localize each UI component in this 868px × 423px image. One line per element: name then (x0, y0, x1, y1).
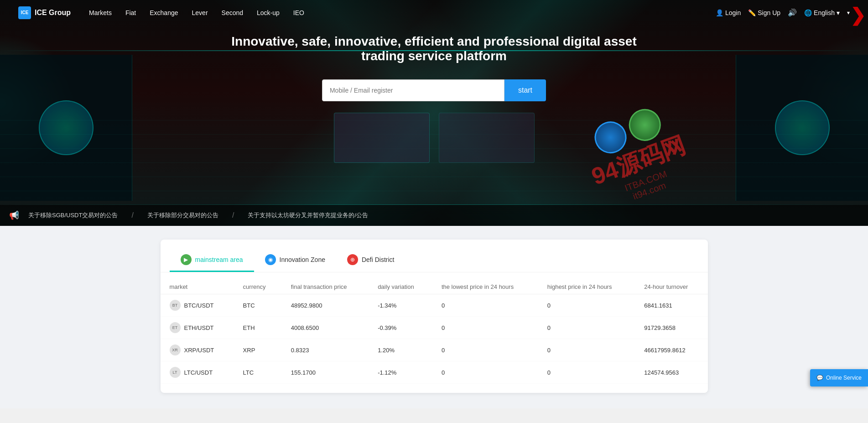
table-header-row: market currency final transaction price … (161, 280, 708, 294)
language-selector[interactable]: 🌐 English ▾ (804, 9, 840, 16)
logo-icon: ICE (18, 6, 31, 19)
cell-price-0: 48952.9800 (282, 294, 369, 317)
market-table: market currency final transaction price … (161, 280, 708, 384)
cell-price-2: 0.8323 (282, 339, 369, 361)
tab-icon-defi: ⊕ (347, 254, 358, 265)
cell-turnover-2: 46617959.8612 (635, 339, 707, 361)
cell-price-3: 155.1700 (282, 361, 369, 384)
cell-high-2: 0 (538, 339, 635, 361)
cell-pair-3: LTC/USDT (184, 369, 213, 376)
cell-market-1: ET ETH/USDT (161, 317, 234, 339)
ticker-sep-2: / (232, 211, 234, 219)
tab-icon-innovation: ◉ (265, 254, 276, 265)
table-row[interactable]: LT LTC/USDT LTC 155.1700 -1.12% 0 0 1245… (161, 361, 708, 384)
login-button[interactable]: 👤 Login (716, 9, 741, 16)
cell-low-1: 0 (432, 317, 538, 339)
cell-currency-3: LTC (234, 361, 282, 384)
tab-label-innovation: Innovation Zone (280, 256, 325, 263)
nav-ieo[interactable]: IEO (293, 9, 304, 16)
table-row[interactable]: ET ETH/USDT ETH 4008.6500 -0.39% 0 0 917… (161, 317, 708, 339)
sound-button[interactable]: 🔊 (788, 8, 797, 17)
register-input[interactable] (322, 79, 504, 101)
col-high: highest price in 24 hours (538, 280, 635, 294)
watermark-circle-1 (590, 117, 631, 158)
cell-price-1: 4008.6500 (282, 317, 369, 339)
nav-dropdown-arrow[interactable]: ▾ (847, 10, 850, 16)
nav-lockup[interactable]: Lock-up (257, 9, 280, 16)
nav-exchange[interactable]: Exchange (150, 9, 178, 16)
ticker-sep-1: / (131, 211, 133, 219)
cell-change-2: 1.20% (369, 339, 432, 361)
cell-market-2: XR XRP/USDT (161, 339, 234, 361)
cell-low-2: 0 (432, 339, 538, 361)
tab-icon-mainstream: ▶ (181, 254, 192, 265)
ticker-items: 关于移除SGB/USDT交易对的公告 / 关于移除部分交易对的公告 / 关于支持… (28, 211, 368, 219)
pair-icon-2: XR (170, 345, 181, 355)
tab-label-mainstream: mainstream area (195, 256, 243, 263)
watermark-logo (577, 99, 679, 163)
ticker-icon: 📢 (9, 210, 19, 220)
chat-icon: 💬 (816, 375, 823, 381)
watermark-text-main: 94源码网 (587, 130, 690, 193)
banner-area (334, 113, 535, 163)
cell-change-1: -0.39% (369, 317, 432, 339)
pair-icon-1: ET (170, 322, 181, 333)
nav-second[interactable]: Second (222, 9, 243, 16)
table-row[interactable]: XR XRP/USDT XRP 0.8323 1.20% 0 0 4661795… (161, 339, 708, 361)
nav-markets[interactable]: Markets (89, 9, 112, 16)
cell-change-0: -1.34% (369, 294, 432, 317)
cell-turnover-0: 6841.1631 (635, 294, 707, 317)
cell-high-1: 0 (538, 317, 635, 339)
table-row[interactable]: BT BTC/USDT BTC 48952.9800 -1.34% 0 0 68… (161, 294, 708, 317)
side-panel-right (736, 55, 868, 201)
col-market: market (161, 280, 234, 294)
banner-image-1 (334, 113, 430, 163)
cell-market-0: BT BTC/USDT (161, 294, 234, 317)
cell-high-3: 0 (538, 361, 635, 384)
hero-section: ICE ICE Group Markets Fiat Exchange Leve… (0, 0, 868, 226)
tab-innovation[interactable]: ◉ Innovation Zone (254, 249, 336, 272)
edit-icon: ✏️ (748, 9, 756, 16)
market-tabs: ▶ mainstream area ◉ Innovation Zone ⊕ De… (161, 249, 708, 272)
tab-mainstream[interactable]: ▶ mainstream area (170, 249, 254, 272)
col-currency: currency (234, 280, 282, 294)
ticker-item-2: 关于移除部分交易对的公告 (147, 211, 218, 219)
cell-turnover-1: 91729.3658 (635, 317, 707, 339)
hero-title: Innovative, safe, innovative, efficient … (206, 34, 662, 63)
nav-menu: Markets Fiat Exchange Lever Second Lock-… (89, 9, 716, 16)
online-service-button[interactable]: 💬 Online Service (810, 369, 868, 386)
start-button[interactable]: start (504, 79, 546, 101)
ticker-item-3: 关于支持以太坊硬分叉并暂停充提业务的/公告 (248, 211, 368, 219)
col-low: the lowest price in 24 hours (432, 280, 538, 294)
signup-button[interactable]: ✏️ Sign Up (748, 9, 780, 16)
col-turnover: 24-hour turnover (635, 280, 707, 294)
tab-defi[interactable]: ⊕ Defi District (336, 249, 405, 272)
tab-label-defi: Defi District (362, 256, 395, 263)
cell-pair-1: ETH/USDT (184, 324, 214, 331)
globe-icon: 🌐 (804, 9, 812, 16)
market-section: ▶ mainstream area ◉ Innovation Zone ⊕ De… (0, 226, 868, 408)
navbar: ICE ICE Group Markets Fiat Exchange Leve… (0, 0, 868, 25)
pair-icon-3: LT (170, 367, 181, 378)
user-icon: 👤 (716, 9, 723, 16)
panel-circle-right (775, 100, 830, 155)
market-container: ▶ mainstream area ◉ Innovation Zone ⊕ De… (161, 240, 708, 393)
panel-circle-left (39, 100, 94, 155)
cell-pair-2: XRP/USDT (184, 347, 214, 354)
nav-fiat[interactable]: Fiat (125, 9, 136, 16)
col-price: final transaction price (282, 280, 369, 294)
chevron-down-icon: ▾ (837, 9, 840, 16)
cell-pair-0: BTC/USDT (184, 302, 214, 309)
cell-low-3: 0 (432, 361, 538, 384)
cell-market-3: LT LTC/USDT (161, 361, 234, 384)
cell-change-3: -1.12% (369, 361, 432, 384)
col-change: daily variation (369, 280, 432, 294)
watermark: 94源码网 ITBA.COM it94.com (577, 99, 697, 213)
nav-lever[interactable]: Lever (192, 9, 208, 16)
register-form: start (322, 79, 546, 101)
cell-currency-1: ETH (234, 317, 282, 339)
news-ticker: 📢 关于移除SGB/USDT交易对的公告 / 关于移除部分交易对的公告 / 关于… (0, 205, 868, 226)
cell-turnover-3: 124574.9563 (635, 361, 707, 384)
brand-logo[interactable]: ICE ICE Group (18, 6, 71, 19)
navbar-right: 👤 Login ✏️ Sign Up 🔊 🌐 English ▾ ▾ (716, 8, 850, 17)
